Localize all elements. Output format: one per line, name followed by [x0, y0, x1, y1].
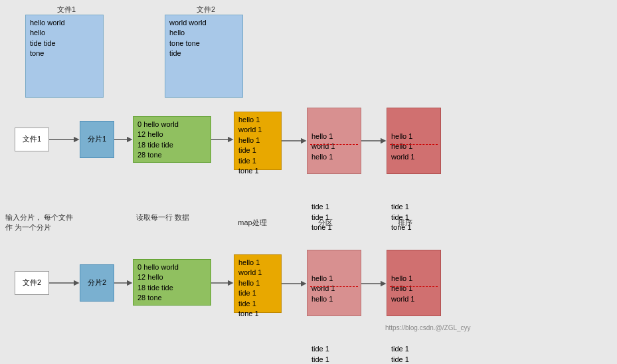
file2-top-label: 文件2: [179, 5, 232, 15]
shard2-data-box: 0 hello world 12 hello 18 tide tide 28 t…: [133, 259, 211, 306]
sort1-box: hello 1 hello 1 world 1 tide 1 tide 1 to…: [387, 108, 441, 174]
map1-box: hello 1 world 1 hello 1 tide 1 tide 1 to…: [234, 112, 282, 170]
partition2-box: hello 1 world 1 hello 1 tide 1 tide 1 to…: [307, 250, 361, 316]
file2-input-box: 文件2: [15, 271, 49, 295]
file1-content-box: hello world hello tide tide tone: [25, 15, 104, 98]
partition1-box: hello 1 world 1 hello 1 tide 1 tide 1 to…: [307, 108, 361, 174]
read-note: 读取每一行 数据: [126, 213, 199, 223]
map-note: map处理: [226, 218, 279, 228]
shard1-box: 分片1: [80, 121, 114, 158]
map2-box: hello 1 world 1 hello 1 tide 1 tide 1 to…: [234, 254, 282, 313]
shard1-data-box: 0 hello world 12 hello 18 tide tide 28 t…: [133, 116, 211, 163]
file1-input-box: 文件1: [15, 128, 49, 151]
file2-content-box: world world hello tone tone tide: [165, 15, 243, 98]
sort2-box: hello 1 hello 1 world 1 tide 1 tide 1 to…: [387, 250, 441, 316]
watermark: https://blog.csdn.@/ZGL_cyy: [385, 324, 518, 331]
diagram: hello world hello tide tide tone 文件1 wor…: [0, 0, 617, 364]
shard2-box: 分片2: [80, 264, 114, 302]
partition-note: 分区: [299, 218, 352, 228]
file1-top-label: 文件1: [40, 5, 93, 15]
input-note: 输入分片， 每个文件作 为一个分片: [5, 213, 78, 232]
sort-note: 排序: [379, 218, 432, 228]
